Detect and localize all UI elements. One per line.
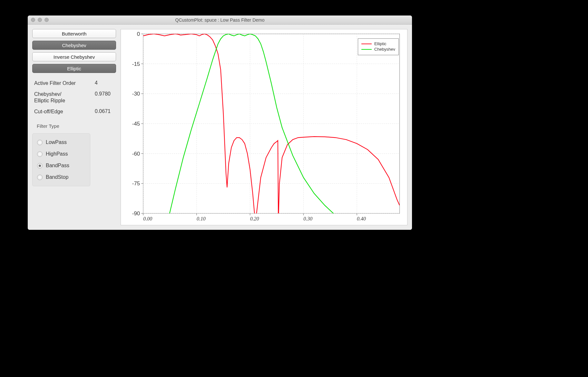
titlebar: QCustomPlot: spuce : Low Pass Filter Dem… [28, 15, 412, 25]
svg-text:-90: -90 [132, 210, 140, 217]
cutoff-label: Cut-off/Edge [34, 108, 63, 115]
svg-text:0.20: 0.20 [250, 216, 259, 221]
radio-bandpass[interactable]: BandPass [37, 163, 85, 168]
elliptic-button[interactable]: Elliptic [32, 64, 116, 73]
window-title: QCustomPlot: spuce : Low Pass Filter Dem… [28, 17, 412, 23]
legend-label-elliptic: Elliptic [374, 41, 387, 46]
radio-icon [37, 175, 43, 180]
radio-bandstop[interactable]: BandStop [37, 174, 85, 180]
radio-icon [37, 151, 43, 157]
butterworth-button[interactable]: Butterworth [32, 29, 116, 38]
legend-line-chebyshev [361, 49, 372, 50]
chart-svg: 0-15-30-45-60-75-900.000.100.200.300.40 [121, 29, 407, 225]
radio-bandpass-label: BandPass [46, 163, 69, 168]
inverse-chebyshev-button[interactable]: Inverse Chebyshev [32, 52, 116, 61]
svg-text:0.40: 0.40 [357, 216, 366, 221]
svg-text:0.00: 0.00 [143, 216, 152, 221]
legend-label-chebyshev: Chebyshev [374, 47, 395, 52]
order-label: Active Filter Order [34, 80, 76, 87]
content-area: Butterworth Chebyshev Inverse Chebyshev … [28, 25, 412, 230]
svg-text:0: 0 [137, 31, 140, 37]
parameters: Active Filter Order 4 Chebyshev/ Ellipti… [32, 80, 116, 119]
radio-bandstop-label: BandStop [46, 174, 68, 180]
filter-type-label: Filter Type [32, 123, 116, 129]
radio-highpass-label: HighPass [46, 151, 68, 157]
svg-text:-60: -60 [132, 151, 140, 157]
order-value: 4 [95, 80, 114, 87]
svg-text:-75: -75 [132, 180, 140, 187]
legend-line-elliptic [361, 44, 372, 44]
legend: Elliptic Chebyshev [358, 38, 399, 55]
radio-highpass[interactable]: HighPass [37, 151, 85, 157]
ripple-value: 0.9780 [95, 91, 114, 104]
chebyshev-button[interactable]: Chebyshev [32, 41, 116, 50]
sidebar: Butterworth Chebyshev Inverse Chebyshev … [32, 29, 116, 225]
plot-area[interactable]: 0-15-30-45-60-75-900.000.100.200.300.40 … [121, 29, 407, 225]
svg-text:0.10: 0.10 [197, 216, 206, 221]
radio-icon [37, 163, 43, 168]
cutoff-value: 0.0671 [95, 108, 114, 115]
ripple-label: Chebyshev/ Elliptic Ripple [34, 91, 65, 104]
svg-text:-15: -15 [132, 61, 140, 67]
radio-icon [37, 140, 43, 145]
svg-text:-30: -30 [132, 91, 140, 97]
svg-text:-45: -45 [132, 121, 140, 127]
filter-type-group: LowPass HighPass BandPass BandStop [32, 133, 90, 186]
radio-lowpass-label: LowPass [46, 139, 67, 145]
radio-lowpass[interactable]: LowPass [37, 139, 85, 145]
svg-text:0.30: 0.30 [303, 216, 312, 221]
app-window: QCustomPlot: spuce : Low Pass Filter Dem… [28, 15, 412, 230]
